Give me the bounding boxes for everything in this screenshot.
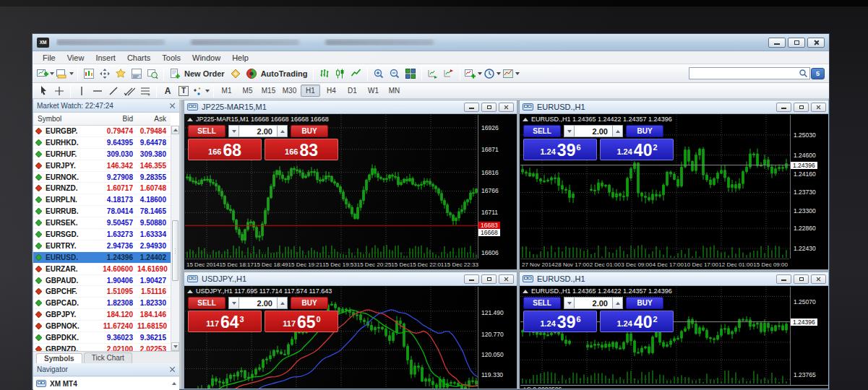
title-bar[interactable]: XM (33, 34, 829, 51)
navigator-account-item[interactable]: XM MT4 (33, 376, 179, 390)
price-axis[interactable]: 1.250701.237651.231051.224451.243960.003… (790, 287, 828, 389)
search-icon[interactable] (799, 69, 808, 78)
buy-price-box[interactable]: 16683 (265, 139, 338, 160)
profiles-button[interactable] (55, 66, 74, 82)
collapse-arrow-icon[interactable] (187, 290, 193, 293)
minimize-button[interactable] (768, 38, 786, 48)
lot-size-field[interactable]: 2.00 (239, 297, 277, 309)
table-row[interactable]: EURUSD.1.243961.24402 (33, 252, 171, 264)
price-axis[interactable]: 1692616871168161676616711166061668316668 (478, 115, 517, 259)
menu-view[interactable]: View (61, 53, 90, 63)
chart-minimize-button[interactable] (776, 274, 791, 284)
new-chart-button[interactable] (35, 66, 55, 82)
indicators-button[interactable] (463, 66, 483, 82)
table-row[interactable]: GBPNOK.11.6724011.68150 (33, 321, 171, 332)
lot-decrease-button[interactable] (228, 125, 239, 137)
lot-decrease-button[interactable] (564, 297, 575, 309)
scroll-up-button[interactable] (171, 126, 179, 134)
menu-window[interactable]: Window (186, 53, 226, 63)
buy-price-box[interactable]: 1.24402 (600, 139, 674, 160)
column-header-symbol[interactable]: Symbol (33, 115, 97, 123)
tab-symbols[interactable]: Symbols (36, 353, 82, 364)
search-input[interactable] (689, 67, 810, 79)
table-row[interactable]: EURPLN.4.181734.18600 (33, 194, 171, 206)
table-row[interactable]: EURSEK.9.504579.50880 (33, 217, 171, 229)
table-row[interactable]: EURNZD.1.607171.60748 (33, 183, 171, 194)
scrollbar-thumb[interactable] (172, 220, 179, 281)
lot-size-field[interactable]: 2.00 (575, 125, 612, 137)
navigator-button[interactable] (113, 66, 129, 82)
zoom-in-button[interactable] (371, 66, 387, 82)
chart-restore-button[interactable] (794, 274, 809, 284)
lot-decrease-button[interactable] (564, 125, 575, 137)
new-order-label[interactable]: New Order (184, 69, 225, 78)
line-chart-button[interactable] (348, 66, 364, 82)
sell-price-box[interactable]: 117643 (188, 311, 262, 332)
table-row[interactable]: EURJPY.146.342146.355 (33, 160, 171, 172)
table-row[interactable]: EURRUB.78.041478.1465 (33, 206, 171, 217)
table-row[interactable]: EURNOK.9.279089.28355 (33, 172, 171, 183)
chart-shift-button[interactable] (441, 66, 457, 82)
chart-restore-button[interactable] (794, 103, 809, 112)
table-row[interactable]: GBPCHF.1.510951.51116 (33, 286, 171, 298)
price-axis[interactable]: 1.250301.246001.241601.237301.233001.228… (790, 115, 828, 259)
close-button[interactable] (807, 38, 825, 48)
market-watch-button[interactable] (81, 66, 97, 82)
autotrading-label[interactable]: AutoTrading (261, 69, 308, 78)
chart-close-button[interactable] (499, 103, 514, 112)
data-window-button[interactable] (97, 66, 113, 82)
menu-insert[interactable]: Insert (90, 53, 121, 63)
timeframe-m15[interactable]: M15 (259, 84, 278, 97)
text-label-tool[interactable]: T (176, 83, 192, 99)
community-chat-badge[interactable]: 5 (811, 68, 825, 79)
close-icon[interactable] (169, 103, 176, 109)
templates-button[interactable] (502, 66, 520, 82)
timeframe-m1[interactable]: M1 (217, 84, 236, 97)
table-row[interactable]: GBPJPY.184.120184.146 (33, 309, 171, 321)
chart-title-bar[interactable]: JP225-MAR15,M1 (184, 100, 517, 114)
tile-windows-button[interactable] (403, 66, 418, 82)
timeframe-h1[interactable]: H1 (301, 84, 320, 97)
table-row[interactable]: GBPDKK.9.360239.36215 (33, 332, 171, 344)
table-row[interactable]: GBPCAD.1.823081.82330 (33, 298, 171, 309)
terminal-button[interactable] (129, 66, 145, 82)
maximize-button[interactable] (788, 38, 805, 48)
table-row[interactable]: EURHKD.9.643959.64478 (33, 137, 171, 149)
close-icon[interactable] (169, 366, 176, 373)
sell-price-box[interactable]: 16668 (188, 139, 262, 160)
table-row[interactable]: EURGBP.0.794740.79484 (33, 126, 171, 137)
lot-increase-button[interactable] (612, 297, 623, 309)
buy-price-box[interactable]: 117650 (265, 311, 338, 332)
timeframe-m5[interactable]: M5 (238, 84, 257, 97)
navigator-header[interactable]: Navigator (33, 363, 179, 376)
chart-restore-button[interactable] (481, 274, 497, 284)
timeframe-d1[interactable]: D1 (343, 84, 362, 97)
column-header-bid[interactable]: Bid (97, 115, 137, 123)
bar-chart-button[interactable] (317, 66, 332, 82)
table-row[interactable]: EURZAR.14.6060014.61690 (33, 264, 171, 275)
trendline-tool[interactable] (106, 83, 121, 99)
chart-title-bar[interactable]: USDJPY.,H1 (184, 272, 517, 286)
chart-title-bar[interactable]: EURUSD.,H1 (520, 272, 828, 286)
candlestick-chart-button[interactable] (332, 66, 348, 82)
buy-button[interactable]: BUY (291, 125, 328, 137)
lot-decrease-button[interactable] (228, 297, 239, 309)
market-watch-column-headers[interactable]: SymbolBidAsk (33, 113, 171, 126)
table-row[interactable]: EURTRY.2.947362.94930 (33, 240, 171, 252)
arrows-tool[interactable] (192, 83, 210, 99)
menu-charts[interactable]: Charts (121, 53, 156, 63)
lot-size-field[interactable]: 2.00 (239, 125, 277, 137)
market-watch-header[interactable]: Market Watch: 22:47:24 (33, 100, 179, 113)
cursor-tool[interactable] (35, 83, 51, 99)
timeframe-h4[interactable]: H4 (322, 84, 341, 97)
sell-button[interactable]: SELL (188, 125, 225, 137)
timeframe-mn[interactable]: MN (384, 84, 404, 97)
timeframe-m30[interactable]: M30 (280, 84, 299, 97)
chart-area[interactable]: 1.250301.246001.241601.237301.233001.228… (520, 114, 828, 269)
sell-button[interactable]: SELL (523, 125, 561, 137)
buy-button[interactable]: BUY (626, 125, 663, 137)
periods-button[interactable] (483, 66, 502, 82)
collapse-arrow-icon[interactable] (523, 290, 528, 293)
autotrading-button[interactable] (244, 66, 259, 82)
auto-scroll-button[interactable] (425, 66, 441, 82)
